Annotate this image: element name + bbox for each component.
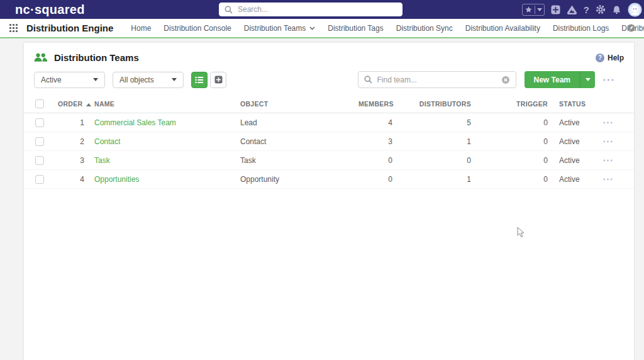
tab-distribution-console[interactable]: Distribution Console xyxy=(164,24,231,33)
content-area: Distribution Teams ? Help Active All obj… xyxy=(0,40,644,360)
object-filter-select[interactable]: All objects xyxy=(113,72,184,88)
new-team-button[interactable]: New Team xyxy=(525,71,580,88)
column-header-order[interactable]: ORDER xyxy=(53,96,89,113)
setup-gear-icon[interactable] xyxy=(596,4,606,14)
find-team-input[interactable] xyxy=(376,75,501,85)
view-toggle xyxy=(191,72,226,88)
row-actions-menu-icon[interactable] xyxy=(599,140,629,143)
chevron-down-icon[interactable] xyxy=(309,26,315,30)
cell-object: Opportunity xyxy=(235,170,353,189)
row-actions-menu-icon[interactable] xyxy=(599,178,629,181)
app-nav-bar: Distribution Engine Home Distribution Co… xyxy=(0,19,644,38)
help-question-icon: ? xyxy=(596,53,604,62)
sort-ascending-icon xyxy=(86,103,91,106)
cell-object: Contact xyxy=(235,132,353,151)
cell-trigger: 0 xyxy=(476,132,553,151)
tab-distribution-sync[interactable]: Distribution Sync xyxy=(396,24,453,33)
row-actions-menu-icon[interactable] xyxy=(599,121,629,124)
cell-status: Active xyxy=(553,170,594,189)
table-row[interactable]: 2 Contact Contact 3 1 0 Active xyxy=(24,132,634,151)
list-toolbar: Active All objects xyxy=(24,69,634,96)
help-link[interactable]: ? Help xyxy=(596,53,624,62)
list-actions-menu-icon[interactable] xyxy=(603,79,614,81)
trailhead-icon[interactable] xyxy=(567,5,577,14)
cell-members: 0 xyxy=(353,170,397,189)
new-team-dropdown-button[interactable] xyxy=(580,71,595,88)
column-label: OBJECT xyxy=(240,100,268,108)
search-icon xyxy=(364,76,372,84)
column-label: DISTRIBUTORS xyxy=(419,100,471,108)
favorites-chevron-icon xyxy=(537,8,542,11)
clear-search-icon[interactable] xyxy=(501,76,510,84)
cell-distributors: 0 xyxy=(397,151,476,170)
brand-logo: nc·squared xyxy=(15,0,85,19)
column-header-name[interactable]: NAME xyxy=(89,96,235,113)
column-header-members[interactable]: MEMBERS xyxy=(353,96,397,113)
search-icon xyxy=(225,6,233,14)
tab-distribution-tags[interactable]: Distribution Tags xyxy=(328,24,384,33)
card-view-button[interactable] xyxy=(210,72,226,88)
new-team-button-group: New Team xyxy=(525,71,595,88)
cell-order: 1 xyxy=(53,113,89,132)
help-label: Help xyxy=(608,53,624,62)
tab-label: Distribution Availability xyxy=(465,24,540,33)
column-header-actions xyxy=(594,96,634,113)
quick-add-icon[interactable] xyxy=(551,5,560,14)
chevron-down-icon xyxy=(93,78,98,81)
column-header-distributors[interactable]: DISTRIBUTORS xyxy=(397,96,476,113)
team-name-link[interactable]: Contact xyxy=(94,137,120,146)
tab-distribution-availability[interactable]: Distribution Availability xyxy=(465,24,540,33)
cell-order: 3 xyxy=(53,151,89,170)
row-actions-menu-icon[interactable] xyxy=(599,159,629,162)
column-label: STATUS xyxy=(559,100,586,108)
list-view-button[interactable] xyxy=(191,72,208,88)
cell-order: 2 xyxy=(53,132,89,151)
global-search-input[interactable] xyxy=(236,4,397,14)
column-header-trigger[interactable]: TRIGGER xyxy=(476,96,553,113)
tab-distribution-teams[interactable]: Distribution Teams xyxy=(244,24,315,33)
cell-status: Active xyxy=(553,132,594,151)
app-launcher-icon[interactable] xyxy=(9,23,18,33)
page-title: Distribution Teams xyxy=(54,52,139,63)
table-row[interactable]: 1 Commercial Sales Team Lead 4 5 0 Activ… xyxy=(24,113,634,132)
global-header: nc·squared ? xyxy=(0,0,644,19)
table-row[interactable]: 4 Opportunities Opportunity 0 1 0 Active xyxy=(24,170,634,189)
select-all-checkbox[interactable] xyxy=(35,99,44,108)
favorites-control[interactable] xyxy=(522,4,545,16)
column-label: MEMBERS xyxy=(358,100,394,108)
cell-members: 0 xyxy=(353,151,397,170)
table-header-row: ORDER NAME OBJECT MEMBERS DISTRIBUTORS T… xyxy=(24,96,634,113)
notifications-bell-icon[interactable] xyxy=(612,5,621,14)
object-filter-value: All objects xyxy=(119,76,154,84)
cell-object: Lead xyxy=(235,113,353,132)
column-header-status[interactable]: STATUS xyxy=(553,96,594,113)
team-name-link[interactable]: Task xyxy=(94,156,110,165)
chevron-down-icon xyxy=(172,78,177,81)
edit-nav-icon[interactable] xyxy=(627,24,635,32)
status-filter-select[interactable]: Active xyxy=(34,72,105,88)
team-name-link[interactable]: Commercial Sales Team xyxy=(94,118,176,127)
header-icon-group: ? xyxy=(522,0,642,19)
tab-home[interactable]: Home xyxy=(131,24,151,33)
cell-trigger: 0 xyxy=(476,113,553,132)
global-search[interactable] xyxy=(219,3,402,16)
column-header-object[interactable]: OBJECT xyxy=(235,96,353,113)
tab-distribution-logs[interactable]: Distribution Logs xyxy=(553,24,609,33)
help-icon[interactable]: ? xyxy=(584,5,589,14)
row-checkbox[interactable] xyxy=(35,137,44,146)
favorites-divider xyxy=(535,6,535,14)
row-checkbox[interactable] xyxy=(35,118,44,127)
cell-trigger: 0 xyxy=(476,170,553,189)
tab-label: Distribution Teams xyxy=(244,24,306,33)
row-checkbox[interactable] xyxy=(35,175,44,184)
tab-label: Distribution Console xyxy=(164,24,231,33)
find-team-search[interactable] xyxy=(358,71,516,88)
table-row[interactable]: 3 Task Task 0 0 0 Active xyxy=(24,151,634,170)
chevron-down-icon xyxy=(586,78,591,81)
status-filter-value: Active xyxy=(41,76,62,84)
cell-distributors: 1 xyxy=(397,132,476,151)
row-checkbox[interactable] xyxy=(35,156,44,165)
user-avatar[interactable] xyxy=(628,3,642,17)
team-name-link[interactable]: Opportunities xyxy=(94,175,139,184)
nav-tabs: Home Distribution Console Distribution T… xyxy=(131,24,644,33)
